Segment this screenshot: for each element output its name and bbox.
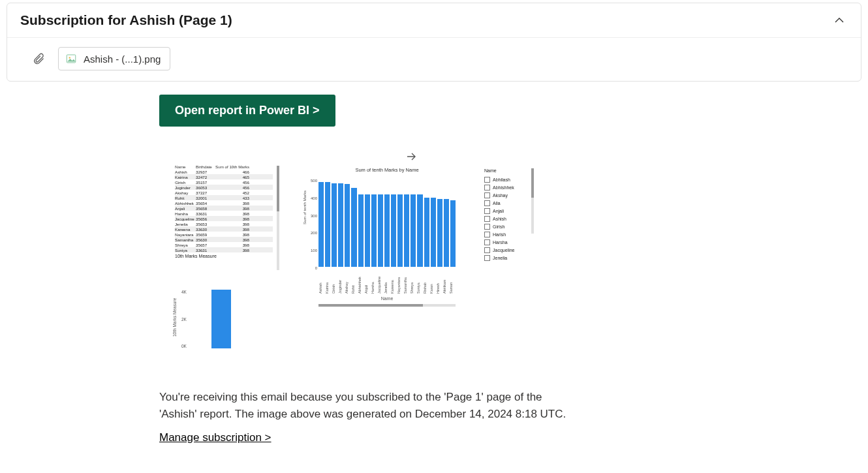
- attachment-row: Ashish - (...1).png: [7, 38, 861, 81]
- scrollbar: [277, 166, 279, 270]
- slicer-item: Girish: [484, 222, 536, 230]
- card-header[interactable]: Subscription for Ashish (Page 1): [7, 3, 861, 38]
- table-row: Harsha33631398: [175, 211, 273, 216]
- checkbox-icon: [484, 255, 490, 261]
- chart-x-axis-label: Name: [305, 296, 469, 301]
- image-file-icon: [65, 53, 77, 65]
- checkbox-icon: [484, 177, 490, 183]
- chart-y-ticks: 5004003002001000: [311, 179, 317, 270]
- slicer-item: Akshay: [484, 191, 536, 199]
- email-body-text: You're receiving this email because you …: [159, 389, 577, 423]
- paperclip-icon: [32, 52, 45, 65]
- table-measure-label: 10th Marks Measure: [175, 254, 273, 258]
- chart-y-axis-label: Sum of tenth Marks: [303, 191, 307, 224]
- svg-point-1: [69, 57, 70, 58]
- chart-bar: [450, 200, 456, 267]
- table-row: Soniya33631398: [175, 247, 273, 252]
- chart-x-ticks: AshishKatrinaGirishJoginderAkshayRohitAb…: [318, 271, 456, 294]
- open-report-button[interactable]: Open report in Power BI >: [159, 95, 335, 127]
- table-row: Jacqueline35656398: [175, 216, 273, 221]
- manage-subscription-link[interactable]: Manage subscription >: [159, 431, 271, 444]
- chart-bar: [437, 199, 442, 267]
- chart-title: Sum of tenth Marks by Name: [305, 167, 469, 173]
- chevron-up-icon[interactable]: [832, 13, 846, 27]
- table-row: Abhishhek35654398: [175, 200, 273, 206]
- scrollbar: [531, 168, 534, 234]
- chart-bar: [444, 199, 449, 267]
- chart-bar: [411, 194, 416, 267]
- checkbox-icon: [484, 185, 490, 191]
- chart-bar: [318, 182, 324, 267]
- table-header-row: Name Birthdate Sum of 10th Marks: [175, 164, 273, 169]
- report-table: Name Birthdate Sum of 10th Marks Ashish3…: [175, 164, 273, 258]
- table-row: Akshay37227452: [175, 190, 273, 195]
- slicer-item: Jacqueline: [484, 246, 536, 254]
- chart2-plot: [192, 290, 264, 348]
- table-row: Katrina32472465: [175, 174, 273, 179]
- table-row: Girish35157456: [175, 179, 273, 185]
- checkbox-icon: [484, 232, 490, 237]
- chart-bar: [391, 194, 396, 267]
- checkbox-icon: [484, 216, 490, 222]
- chart-bar: [332, 183, 337, 267]
- table-row: Rohit32001433: [175, 195, 273, 200]
- table-row: Kareena33630398: [175, 226, 273, 232]
- checkbox-icon: [484, 247, 490, 253]
- slicer-item: Ashish: [484, 215, 536, 222]
- chart-bar: [345, 184, 350, 267]
- table-row: Ashish32937466: [175, 169, 273, 174]
- attachment-filename: Ashish - (...1).png: [84, 53, 161, 65]
- email-body: Open report in Power BI > Name Birthdate…: [7, 82, 861, 470]
- attachment-chip[interactable]: Ashish - (...1).png: [58, 47, 170, 70]
- chart-bar: [397, 194, 403, 267]
- slicer-item: Harish: [484, 230, 536, 238]
- chart-bar: [431, 198, 436, 267]
- chart-bar: [384, 194, 390, 267]
- chart2-y-ticks: 4K2K0K: [181, 290, 187, 348]
- slicer-item: Abhilash: [484, 175, 536, 183]
- chart-bar: [325, 182, 330, 267]
- chart-plot: [318, 175, 456, 267]
- table-row: Anjali35658398: [175, 206, 273, 211]
- chart-bar: [351, 188, 356, 267]
- slicer-item: Anjali: [484, 207, 536, 215]
- table-row: Shreya35657398: [175, 242, 273, 247]
- chart-bar: [371, 194, 377, 267]
- checkbox-icon: [484, 239, 490, 245]
- report-preview-image: Name Birthdate Sum of 10th Marks Ashish3…: [159, 146, 538, 368]
- chart-bar: [365, 194, 370, 267]
- chart-bar: [378, 194, 383, 267]
- name-slicer: Name AbhilashAbhishhekAkshayAliaAnjaliAs…: [484, 168, 536, 262]
- card-title: Subscription for Ashish (Page 1): [20, 12, 232, 28]
- chart-bar: [424, 198, 429, 267]
- checkbox-icon: [484, 208, 490, 214]
- checkbox-icon: [484, 224, 490, 230]
- table-row: Joginder36053456: [175, 185, 273, 190]
- bar-chart-secondary: 10th Marks Measure 4K2K0K: [168, 290, 266, 355]
- arrow-right-icon: [406, 151, 418, 163]
- chart-bar: [338, 183, 343, 267]
- bar-chart-main: Sum of tenth Marks by Name Sum of tenth …: [305, 167, 469, 298]
- chart-bar: [417, 194, 422, 267]
- chart-bar: [404, 194, 409, 267]
- checkbox-icon: [484, 192, 490, 198]
- table-row: Nayantara35659398: [175, 232, 273, 237]
- chart2-y-axis-label: 10th Marks Measure: [172, 298, 177, 337]
- slicer-item: Jenelia: [484, 254, 536, 262]
- slicer-item: Alia: [484, 199, 536, 207]
- chart2-bar: [211, 290, 231, 348]
- table-row: Samantha35630398: [175, 237, 273, 242]
- slicer-item: Abhishhek: [484, 183, 536, 191]
- checkbox-icon: [484, 200, 490, 206]
- slicer-item: Harsha: [484, 238, 536, 246]
- message-card: Subscription for Ashish (Page 1) Ashish …: [7, 3, 861, 82]
- scrollbar: [318, 304, 456, 307]
- slicer-title: Name: [484, 168, 536, 173]
- table-row: Jenelia35653398: [175, 221, 273, 226]
- chart-bar: [358, 194, 364, 267]
